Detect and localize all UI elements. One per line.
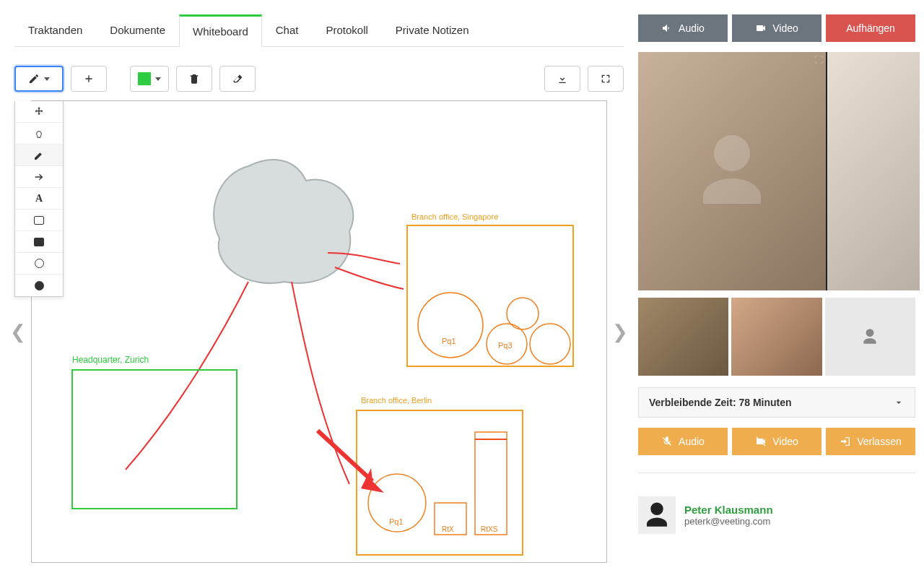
color-swatch: [138, 72, 151, 85]
video-grid: ⛶: [638, 52, 915, 290]
video-toggle-bottom[interactable]: Video: [732, 428, 821, 455]
video-feed-2[interactable]: [827, 52, 920, 290]
arrow-right-icon: [33, 171, 45, 183]
branch1-label: Branch office, Singapore: [411, 212, 498, 221]
video-feed-main[interactable]: ⛶: [638, 52, 826, 290]
tool-move[interactable]: [15, 101, 63, 123]
square-outline-icon: [34, 216, 44, 225]
move-icon: [33, 106, 45, 118]
plus-icon: [83, 73, 95, 85]
tab-bar: Traktanden Dokumente Whiteboard Chat Pro…: [14, 14, 624, 47]
camera-icon: [755, 22, 767, 34]
svg-rect-1: [407, 225, 573, 366]
remaining-time-label: Verbleibende Zeit: 78 Minuten: [649, 397, 792, 408]
tab-private-notizen[interactable]: Private Notizen: [382, 14, 483, 46]
svg-rect-13: [475, 432, 507, 535]
participant-name: Peter Klausmann: [684, 504, 773, 516]
whiteboard-canvas[interactable]: Headquarter, Zurich Branch office, Singa…: [31, 100, 607, 563]
svg-point-2: [418, 293, 483, 358]
hangup-button[interactable]: Aufhängen: [826, 14, 915, 42]
expand-icon: [600, 73, 611, 85]
person-icon: [860, 327, 879, 346]
pencil-icon: [28, 73, 40, 85]
participant-row[interactable]: Peter Klausmann peterk@veeting.com: [638, 491, 915, 540]
tool-pencil[interactable]: [15, 144, 63, 166]
color-picker-button[interactable]: [130, 66, 169, 92]
video-fullscreen-icon[interactable]: ⛶: [814, 55, 823, 65]
tool-dropdown-button[interactable]: [14, 66, 64, 92]
chevron-down-icon: [155, 77, 161, 81]
participant-list: Peter Klausmann peterk@veeting.com: [638, 491, 915, 540]
video-feed-empty[interactable]: [825, 298, 915, 376]
video-feed-3[interactable]: [638, 298, 728, 376]
svg-rect-0: [72, 370, 237, 509]
svg-text:RtX: RtX: [442, 525, 454, 533]
audio-toggle-top[interactable]: Audio: [638, 14, 728, 42]
tab-protokoll[interactable]: Protokoll: [312, 14, 381, 46]
download-icon: [557, 73, 568, 85]
chevron-down-icon: [44, 77, 50, 81]
download-button[interactable]: [544, 66, 580, 92]
camera-off-icon: [755, 436, 767, 447]
tool-circle-outline[interactable]: [15, 253, 63, 275]
remaining-time-bar[interactable]: Verbleibende Zeit: 78 Minuten: [638, 387, 915, 418]
sound-icon: [661, 22, 673, 34]
circle-fill-icon: [35, 281, 44, 290]
prev-page-button[interactable]: ❮: [10, 321, 26, 343]
delete-button[interactable]: [176, 66, 212, 92]
svg-point-7: [530, 324, 570, 364]
svg-text:Pq1: Pq1: [389, 517, 404, 526]
chevron-down-icon: [893, 397, 905, 408]
tool-text[interactable]: A: [15, 188, 63, 210]
branch2-label: Branch office, Berlin: [361, 396, 432, 405]
next-page-button[interactable]: ❯: [612, 321, 628, 343]
mic-off-icon: [661, 436, 673, 447]
tab-chat[interactable]: Chat: [262, 14, 313, 46]
tool-rect-fill[interactable]: [15, 231, 63, 253]
square-fill-icon: [34, 238, 44, 246]
add-button[interactable]: [71, 66, 107, 92]
pencil-icon: [33, 150, 45, 161]
eraser-button[interactable]: [219, 66, 256, 92]
tab-traktanden[interactable]: Traktanden: [14, 14, 96, 46]
trash-icon: [188, 73, 200, 85]
tool-arrow[interactable]: [15, 166, 63, 188]
tool-circle-fill[interactable]: [15, 275, 63, 296]
text-icon: A: [35, 193, 43, 204]
person-icon: [642, 500, 672, 530]
tool-laser[interactable]: [15, 123, 63, 144]
svg-text:RtXS: RtXS: [481, 525, 498, 533]
logout-icon: [840, 436, 851, 447]
circle-outline-icon: [35, 259, 44, 268]
bulb-icon: [33, 128, 45, 139]
fullscreen-button[interactable]: [588, 66, 624, 92]
audio-toggle-bottom[interactable]: Audio: [638, 428, 728, 455]
tab-whiteboard[interactable]: Whiteboard: [179, 14, 262, 47]
participant-email: peterk@veeting.com: [684, 516, 773, 527]
eraser-icon: [232, 73, 243, 85]
avatar: [638, 496, 676, 534]
tool-rect-outline[interactable]: [15, 210, 63, 231]
hq-label: Headquarter, Zurich: [72, 355, 149, 365]
video-toggle-top[interactable]: Video: [732, 14, 821, 42]
tool-dropdown-menu: A: [14, 101, 64, 297]
leave-button[interactable]: Verlassen: [826, 428, 915, 455]
svg-text:Pq3: Pq3: [498, 341, 513, 350]
tab-dokumente[interactable]: Dokumente: [96, 14, 179, 46]
video-feed-4[interactable]: [731, 298, 821, 376]
whiteboard-toolbar: [14, 66, 624, 92]
svg-text:Pq1: Pq1: [442, 337, 456, 345]
